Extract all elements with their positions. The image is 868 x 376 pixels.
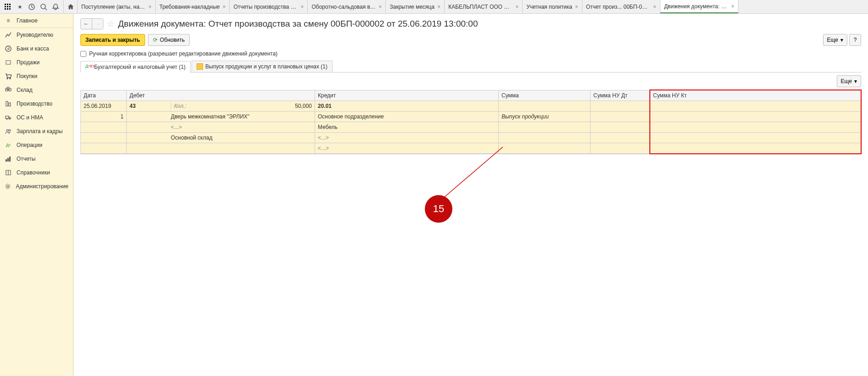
svg-rect-6 <box>5 8 6 10</box>
svg-point-10 <box>41 4 45 9</box>
tab-label: Отчеты производства за ... <box>233 4 298 10</box>
tab-item[interactable]: Отчеты производства за ...× <box>230 0 308 13</box>
tab-item[interactable]: Оборотно-сальдовая вед...× <box>308 0 386 13</box>
close-icon[interactable]: × <box>378 4 382 10</box>
close-icon[interactable]: × <box>653 4 656 10</box>
tab-label: КАБЕЛЬПЛАСТ ООО ТД ... <box>448 4 513 10</box>
svg-rect-5 <box>9 6 11 7</box>
svg-rect-0 <box>5 4 6 5</box>
star-icon[interactable]: ★ <box>14 1 25 12</box>
bell-icon[interactable] <box>50 1 61 12</box>
tab-item[interactable]: Движения документа: О...× <box>660 0 738 13</box>
tab-item[interactable]: Поступление (акты, накла...× <box>78 0 156 13</box>
top-icons: ★ <box>0 1 63 12</box>
home-tab[interactable] <box>64 0 78 13</box>
close-icon[interactable]: × <box>731 3 734 10</box>
tab-label: Закрытие месяца <box>389 4 434 10</box>
tab-label: Поступление (акты, накла... <box>81 4 146 10</box>
close-icon[interactable]: × <box>222 4 225 10</box>
close-icon[interactable]: × <box>148 4 152 10</box>
close-icon[interactable]: × <box>515 4 519 10</box>
tab-item[interactable]: Отчет произ... 00БП-000002× <box>582 0 660 13</box>
close-icon[interactable]: × <box>300 4 304 10</box>
tab-label: Отчет произ... 00БП-000002 <box>586 4 650 10</box>
svg-rect-2 <box>9 4 11 5</box>
search-icon[interactable] <box>38 1 49 12</box>
svg-rect-4 <box>7 6 8 7</box>
close-icon[interactable]: × <box>575 4 578 10</box>
tab-item[interactable]: Закрытие месяца× <box>386 0 445 13</box>
apps-icon[interactable] <box>2 1 13 12</box>
tab-label: Оборотно-сальдовая вед... <box>311 4 376 10</box>
svg-rect-3 <box>5 6 6 7</box>
tab-label: Движения документа: О... <box>664 3 728 10</box>
tab-label: Учетная политика <box>526 4 572 10</box>
svg-rect-1 <box>7 4 8 5</box>
history-icon[interactable] <box>26 1 37 12</box>
tab-item[interactable]: КАБЕЛЬПЛАСТ ООО ТД ...× <box>445 0 523 13</box>
tabs-bar: Поступление (акты, накла...× Требования-… <box>63 0 868 13</box>
top-toolbar: ★ Поступление (акты, накла...× Требовани… <box>0 0 868 14</box>
close-icon[interactable]: × <box>437 4 440 10</box>
svg-rect-8 <box>9 8 11 10</box>
tab-item[interactable]: Учетная политика× <box>523 0 582 13</box>
tab-label: Требования-накладные <box>159 4 220 10</box>
tab-item[interactable]: Требования-накладные× <box>156 0 230 13</box>
svg-rect-7 <box>7 8 8 10</box>
